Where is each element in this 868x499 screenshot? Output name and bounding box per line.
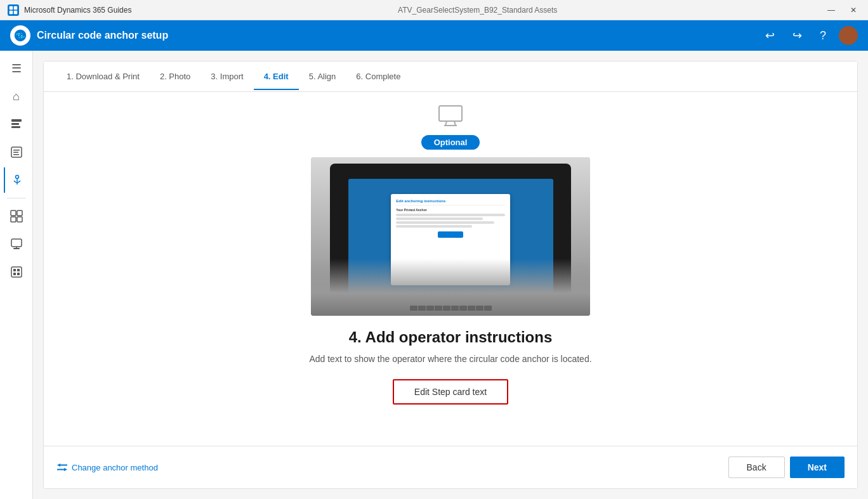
svg-rect-26 — [439, 106, 462, 121]
change-anchor-label: Change anchor method — [72, 463, 158, 472]
tab-align[interactable]: 5. Align — [299, 63, 346, 90]
svg-rect-22 — [13, 269, 16, 271]
svg-rect-25 — [17, 273, 20, 275]
svg-rect-5 — [11, 119, 22, 122]
undo-button[interactable]: ↩ — [760, 26, 780, 45]
header-actions: ↩ ↪ ? — [760, 26, 858, 45]
svg-rect-15 — [17, 211, 22, 216]
minimize-button[interactable]: — — [824, 4, 839, 16]
help-button[interactable]: ? — [815, 27, 831, 45]
header: Circular code anchor setup ↩ ↪ ? — [0, 20, 868, 51]
svg-line-27 — [445, 121, 447, 126]
tab-complete[interactable]: 6. Complete — [346, 63, 411, 90]
close-button[interactable]: ✕ — [846, 4, 860, 16]
next-button[interactable]: Next — [790, 457, 845, 478]
svg-rect-1 — [14, 6, 17, 9]
svg-rect-17 — [17, 217, 22, 222]
file-name: ATV_GearSelectSystem_B92_Standard Assets — [398, 6, 557, 15]
footer: Change anchor method Back Next — [44, 446, 857, 488]
svg-rect-0 — [10, 6, 13, 9]
wizard-heading: 4. Add operator instructions — [349, 328, 552, 346]
sidebar-item-activities[interactable] — [4, 259, 29, 285]
sidebar: ☰ ⌂ — [0, 51, 33, 499]
app-name: Microsoft Dynamics 365 Guides — [24, 6, 131, 15]
svg-rect-10 — [13, 152, 18, 153]
monitor-icon — [438, 105, 463, 133]
main-layout: ☰ ⌂ — [0, 51, 868, 499]
content-card: 1. Download & Print 2. Photo 3. Import 4… — [43, 61, 858, 489]
svg-rect-6 — [11, 123, 19, 125]
svg-rect-23 — [17, 269, 20, 271]
svg-line-28 — [454, 121, 456, 126]
svg-point-12 — [15, 176, 18, 179]
svg-rect-9 — [13, 150, 20, 151]
sidebar-item-anchor[interactable] — [4, 167, 29, 193]
svg-rect-11 — [13, 154, 19, 155]
svg-rect-18 — [11, 239, 22, 247]
svg-rect-16 — [11, 217, 16, 222]
wizard-content: Optional Edit anchoring instructions Y — [44, 92, 857, 446]
svg-rect-24 — [13, 273, 16, 275]
tab-photo[interactable]: 2. Photo — [150, 63, 201, 90]
laptop-image: Edit anchoring instructions Your Printed… — [311, 157, 590, 316]
svg-rect-2 — [10, 10, 13, 13]
sidebar-item-3dparts[interactable] — [4, 231, 29, 257]
sidebar-item-menu[interactable]: ☰ — [4, 56, 29, 81]
header-title: Circular code anchor setup — [37, 30, 168, 41]
back-button[interactable]: Back — [728, 457, 785, 478]
wizard-description: Add text to show the operator where the … — [309, 354, 591, 364]
content-area: 1. Download & Print 2. Photo 3. Import 4… — [33, 51, 868, 499]
tab-import[interactable]: 3. Import — [201, 63, 253, 90]
edit-step-card-button[interactable]: Edit Step card text — [393, 379, 508, 405]
tab-download-print[interactable]: 1. Download & Print — [56, 63, 150, 90]
svg-rect-7 — [11, 126, 20, 128]
sidebar-item-outline[interactable] — [4, 112, 29, 137]
sidebar-divider — [7, 198, 26, 198]
optional-badge: Optional — [421, 135, 480, 150]
change-anchor-button[interactable]: Change anchor method — [56, 463, 158, 472]
svg-rect-14 — [11, 211, 16, 216]
sidebar-item-media[interactable] — [4, 204, 29, 229]
footer-nav: Back Next — [728, 457, 845, 478]
svg-rect-19 — [13, 248, 20, 249]
sidebar-item-home[interactable]: ⌂ — [4, 84, 29, 109]
titlebar-left: Microsoft Dynamics 365 Guides — [8, 4, 131, 16]
svg-rect-21 — [11, 267, 22, 277]
dynamics-logo — [10, 25, 30, 46]
app-logo — [8, 4, 19, 16]
svg-rect-3 — [14, 10, 17, 13]
tab-edit[interactable]: 4. Edit — [254, 63, 299, 90]
user-avatar[interactable] — [839, 26, 858, 45]
titlebar: Microsoft Dynamics 365 Guides ATV_GearSe… — [0, 0, 868, 20]
window-controls: — ✕ — [824, 4, 860, 16]
tabs: 1. Download & Print 2. Photo 3. Import 4… — [44, 62, 857, 92]
redo-button[interactable]: ↪ — [787, 26, 807, 45]
sidebar-item-steps[interactable] — [4, 139, 29, 165]
